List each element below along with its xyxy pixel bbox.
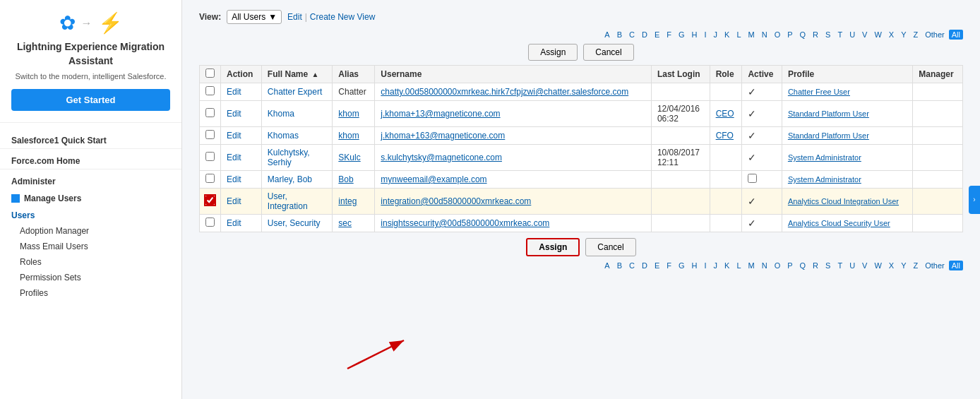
profile-link[interactable]: Chatter Free User (788, 88, 850, 96)
role-link[interactable]: CFO (716, 131, 734, 141)
alpha-bot-N[interactable]: N (759, 261, 770, 270)
profile-link[interactable]: Analytics Cloud Security User (788, 219, 890, 227)
alpha-bot-Q[interactable]: Q (797, 261, 809, 270)
row-checkbox[interactable] (205, 218, 215, 227)
assign-button-bottom[interactable]: Assign (526, 238, 580, 256)
row-checkbox[interactable] (205, 196, 215, 205)
cancel-button-top[interactable]: Cancel (583, 44, 633, 61)
alias-link[interactable]: khom (338, 131, 359, 141)
sidebar-item-permission-sets[interactable]: Permission Sets (0, 270, 181, 285)
alpha-All[interactable]: All (949, 30, 963, 40)
alpha-bot-F[interactable]: F (664, 261, 674, 270)
username-link[interactable]: mynweemail@example.com (381, 174, 486, 184)
edit-link[interactable]: Edit (227, 218, 241, 228)
alpha-L[interactable]: L (734, 30, 743, 40)
alpha-bot-M[interactable]: M (746, 261, 758, 270)
row-checkbox[interactable] (205, 108, 215, 117)
view-select[interactable]: All Users ▼ (227, 10, 282, 24)
alpha-bot-G[interactable]: G (676, 261, 688, 270)
fullname-link[interactable]: Chatter Expert (268, 87, 322, 97)
alpha-bot-B[interactable]: B (614, 261, 625, 270)
alpha-I[interactable]: I (701, 30, 709, 40)
alpha-B[interactable]: B (614, 30, 625, 40)
alpha-bot-W[interactable]: W (871, 261, 884, 270)
alpha-bot-P[interactable]: P (784, 261, 795, 270)
username-link[interactable]: insightssecurity@00d58000000xmrkeac.com (381, 218, 549, 228)
alpha-bot-D[interactable]: D (639, 261, 650, 270)
alpha-R[interactable]: R (810, 30, 821, 40)
alias-link[interactable]: sec (338, 218, 352, 228)
alpha-P[interactable]: P (784, 30, 795, 40)
fullname-link[interactable]: User, Security (268, 218, 321, 228)
alpha-bot-O[interactable]: O (772, 261, 784, 270)
alpha-bot-T[interactable]: T (835, 261, 845, 270)
col-fullname[interactable]: Full Name ▲ (261, 66, 332, 83)
alpha-bot-All[interactable]: All (949, 261, 963, 270)
cancel-button-bottom[interactable]: Cancel (585, 238, 635, 256)
alias-link[interactable]: khom (338, 109, 359, 119)
alpha-E[interactable]: E (652, 30, 662, 40)
fullname-link[interactable]: Kulchytsky,Serhiy (268, 148, 310, 167)
username-link[interactable]: chatty.00d58000000xmrkeac.hirk7cfpjzwi@c… (381, 87, 628, 97)
alpha-bot-Y[interactable]: Y (898, 261, 909, 270)
assign-button-top[interactable]: Assign (528, 44, 578, 61)
edit-link[interactable]: Edit (227, 131, 241, 141)
role-link[interactable]: CEO (716, 109, 734, 119)
edit-link[interactable]: Edit (227, 174, 241, 184)
row-checkbox[interactable] (205, 174, 215, 183)
username-link[interactable]: integration@00d58000000xmrkeac.com (381, 196, 531, 206)
alpha-bot-A[interactable]: A (602, 261, 612, 270)
fullname-link[interactable]: User,Integration (268, 191, 308, 211)
profile-link[interactable]: Standard Platform User (788, 109, 869, 118)
alpha-bot-Other[interactable]: Other (922, 261, 948, 270)
alpha-bot-J[interactable]: J (711, 261, 721, 270)
edit-link[interactable]: Edit (227, 109, 241, 119)
fullname-link[interactable]: Marley, Bob (268, 174, 312, 184)
alpha-V[interactable]: V (859, 30, 870, 40)
username-link[interactable]: j.khoma+13@magneticone.com (381, 109, 500, 119)
alpha-bot-K[interactable]: K (722, 261, 732, 270)
alias-link[interactable]: Bob (338, 174, 353, 184)
alpha-S[interactable]: S (823, 30, 833, 40)
collapse-tab[interactable]: › (969, 186, 980, 214)
profile-link[interactable]: System Administrator (788, 153, 861, 162)
alpha-W[interactable]: W (871, 30, 884, 40)
alpha-bot-V[interactable]: V (859, 261, 870, 270)
sidebar-item-profiles[interactable]: Profiles (0, 285, 181, 301)
edit-view-link[interactable]: Edit (287, 12, 302, 22)
alias-link[interactable]: SKulc (338, 153, 360, 162)
username-link[interactable]: s.kulchytsky@magneticone.com (381, 153, 502, 162)
alpha-bot-H[interactable]: H (689, 261, 700, 270)
alpha-bot-C[interactable]: C (626, 261, 638, 270)
profile-link[interactable]: Standard Platform User (788, 131, 869, 140)
alpha-H[interactable]: H (689, 30, 700, 40)
alpha-Z[interactable]: Z (911, 30, 921, 40)
create-view-link[interactable]: Create New View (310, 12, 375, 22)
alpha-T[interactable]: T (835, 30, 845, 40)
sidebar-item-roles[interactable]: Roles (0, 254, 181, 270)
profile-link[interactable]: System Administrator (788, 175, 861, 184)
alpha-C[interactable]: C (626, 30, 638, 40)
alpha-G[interactable]: G (676, 30, 688, 40)
alpha-bot-L[interactable]: L (734, 261, 743, 270)
alpha-M[interactable]: M (746, 30, 758, 40)
row-checkbox[interactable] (205, 130, 215, 139)
alpha-U[interactable]: U (847, 30, 858, 40)
alpha-bot-X[interactable]: X (886, 261, 897, 270)
get-started-button[interactable]: Get Started (11, 89, 170, 111)
alpha-X[interactable]: X (886, 30, 897, 40)
edit-link[interactable]: Edit (227, 87, 241, 97)
alpha-N[interactable]: N (759, 30, 770, 40)
sidebar-item-adoption[interactable]: Adoption Manager (0, 223, 181, 239)
alpha-bot-R[interactable]: R (810, 261, 821, 270)
alpha-bot-S[interactable]: S (823, 261, 833, 270)
username-link[interactable]: j.khoma+163@magneticone.com (381, 131, 505, 141)
fullname-link[interactable]: Khomas (268, 131, 299, 141)
active-checkbox[interactable] (748, 174, 757, 183)
alias-link[interactable]: integ (338, 196, 357, 206)
alpha-Y[interactable]: Y (898, 30, 909, 40)
alpha-J[interactable]: J (711, 30, 721, 40)
sidebar-item-mass-email[interactable]: Mass Email Users (0, 239, 181, 254)
alpha-K[interactable]: K (722, 30, 732, 40)
sidebar-item-users[interactable]: Users (0, 208, 181, 223)
